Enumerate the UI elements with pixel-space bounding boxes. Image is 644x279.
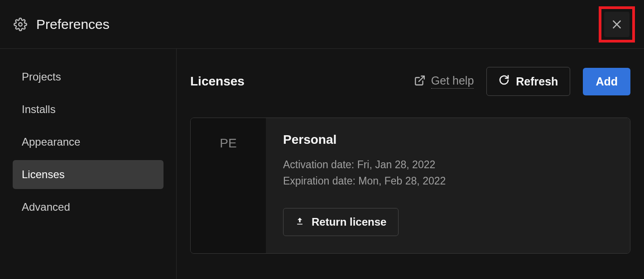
sidebar-item-advanced[interactable]: Advanced: [13, 193, 163, 222]
license-badge: PE: [191, 118, 266, 253]
refresh-label: Refresh: [516, 75, 558, 88]
sidebar-item-label: Advanced: [22, 201, 70, 213]
activation-label: Activation date:: [283, 159, 354, 170]
body: Projects Installs Appearance Licenses Ad…: [0, 49, 644, 279]
close-icon: [611, 19, 623, 30]
add-label: Add: [596, 75, 618, 88]
return-license-button[interactable]: Return license: [283, 208, 399, 236]
page-title: Preferences: [36, 17, 110, 32]
gear-icon: [14, 18, 27, 31]
license-info: Activation date: Fri, Jan 28, 2022 Expir…: [283, 157, 613, 189]
sidebar-item-label: Appearance: [22, 136, 80, 148]
main-actions: Get help Refresh Add: [414, 67, 630, 96]
sidebar-item-licenses[interactable]: Licenses: [13, 160, 163, 189]
license-name: Personal: [283, 132, 613, 147]
header: Preferences: [0, 0, 644, 49]
refresh-button[interactable]: Refresh: [486, 67, 570, 96]
license-card: PE Personal Activation date: Fri, Jan 28…: [190, 118, 630, 254]
expiration-label: Expiration date:: [283, 175, 356, 187]
main-header: Licenses Get help: [190, 67, 630, 96]
add-button[interactable]: Add: [583, 68, 630, 95]
close-button[interactable]: [604, 12, 630, 37]
sidebar-item-label: Installs: [22, 103, 56, 115]
return-license-label: Return license: [312, 216, 386, 228]
sidebar-item-label: Licenses: [22, 168, 65, 180]
sidebar-item-label: Projects: [22, 71, 61, 83]
main-content: Licenses Get help: [177, 49, 644, 279]
upload-icon: [295, 216, 304, 228]
get-help-label: Get help: [431, 74, 474, 89]
external-link-icon: [414, 75, 426, 88]
expiration-row: Expiration date: Mon, Feb 28, 2022: [283, 173, 613, 189]
header-left: Preferences: [14, 17, 110, 32]
refresh-icon: [499, 75, 509, 88]
activation-date: Fri, Jan 28, 2022: [357, 159, 436, 170]
sidebar-item-appearance[interactable]: Appearance: [13, 128, 163, 156]
get-help-link[interactable]: Get help: [414, 74, 474, 89]
svg-rect-4: [297, 224, 303, 225]
close-button-highlight: [599, 6, 635, 43]
svg-point-0: [19, 23, 22, 26]
sidebar: Projects Installs Appearance Licenses Ad…: [0, 49, 177, 279]
expiration-date: Mon, Feb 28, 2022: [358, 175, 446, 187]
activation-row: Activation date: Fri, Jan 28, 2022: [283, 157, 613, 173]
svg-line-3: [419, 76, 424, 81]
section-title: Licenses: [190, 74, 245, 89]
license-details: Personal Activation date: Fri, Jan 28, 2…: [266, 118, 630, 253]
sidebar-item-projects[interactable]: Projects: [13, 62, 163, 91]
sidebar-item-installs[interactable]: Installs: [13, 95, 163, 124]
